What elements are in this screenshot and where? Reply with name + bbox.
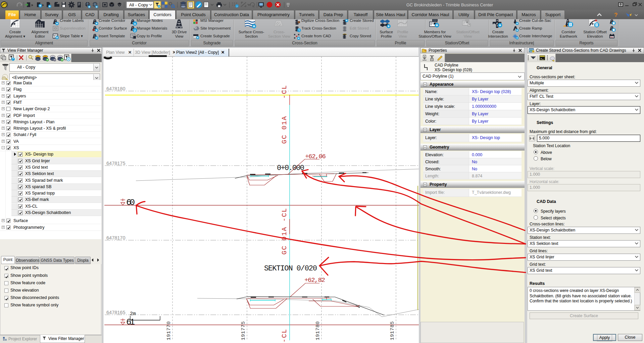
svg-text:+62,06: +62,06 (305, 153, 326, 160)
svg-text:191780: 191780 (315, 321, 321, 340)
svg-text:?: ? (236, 5, 238, 8)
svg-text:6478165: 6478165 (106, 310, 125, 315)
svg-text:191785: 191785 (390, 321, 395, 340)
svg-text:61: 61 (126, 317, 135, 327)
svg-text:-CL: -CL (281, 85, 288, 99)
svg-text:?: ? (614, 12, 617, 18)
svg-text:A: A (134, 22, 136, 26)
svg-text:0+0.000: 0+0.000 (277, 164, 304, 172)
svg-text:GC 01A: GC 01A (281, 116, 288, 144)
svg-text:All - Copy: All - Copy (129, 2, 148, 7)
svg-text:GC 01A -CL: GC 01A -CL (281, 208, 288, 255)
svg-text:191770: 191770 (166, 321, 172, 340)
svg-text:6478180: 6478180 (106, 86, 125, 91)
svg-text:+62,82: +62,82 (304, 276, 325, 284)
svg-text:191775: 191775 (241, 321, 246, 340)
svg-text:SEKTION 0/020: SEKTION 0/020 (264, 264, 317, 273)
svg-text:2m: 2m (130, 311, 136, 317)
svg-text:-CL: -CL (281, 329, 288, 343)
svg-text:2: 2 (134, 29, 136, 32)
svg-text:6478175: 6478175 (106, 161, 125, 166)
svg-text:6478170: 6478170 (106, 235, 125, 241)
svg-text:60: 60 (126, 198, 135, 208)
